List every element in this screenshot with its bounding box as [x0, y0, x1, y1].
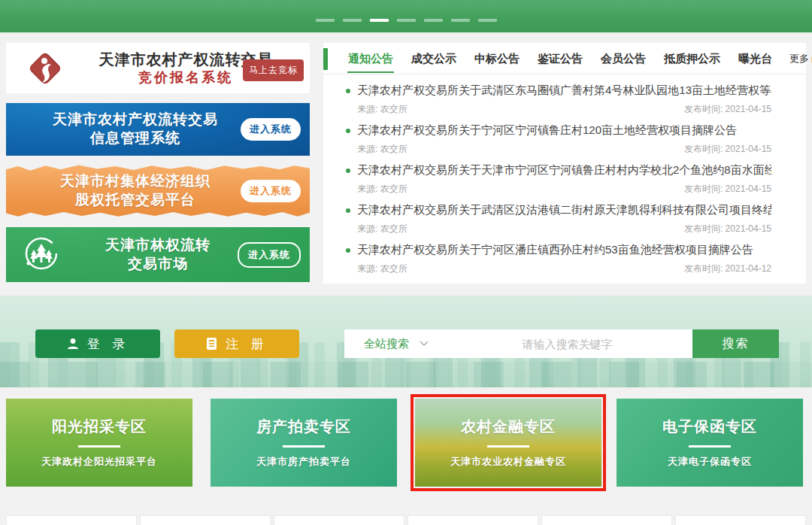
news-meta: 来源: 农交所 发布时间: 2021-04-15 — [357, 183, 771, 196]
tab-deal-publicity[interactable]: 成交公示 — [411, 44, 457, 73]
news-source: 来源: 农交所 — [357, 103, 408, 116]
news-date: 发布时间: 2021-04-15 — [684, 143, 771, 156]
user-icon — [66, 337, 80, 351]
news-date: 发布时间: 2021-04-15 — [684, 223, 771, 235]
bottom-nav-cell[interactable] — [6, 515, 137, 525]
notice-tabbar: 通知公告 成交公示 中标公告 鉴证公告 会员公告 抵质押公示 曝光台 更多 ▶ — [323, 43, 806, 74]
bullet-icon — [346, 168, 350, 173]
go-bid-button[interactable]: 马上去竞标 — [243, 59, 304, 81]
news-meta: 来源: 农交所 发布时间: 2021-04-15 — [357, 103, 771, 116]
bullet-icon — [346, 208, 350, 213]
bottom-nav-cell[interactable] — [675, 515, 806, 525]
divider — [689, 445, 731, 448]
search-scope-select[interactable]: 全站搜索 — [344, 337, 442, 351]
zone-card-rural-finance-highlighted[interactable]: 农村金融专区 天津市农业农村金融专区 — [415, 399, 601, 487]
news-date: 发布时间: 2021-04-15 — [684, 183, 771, 196]
tab-exposure[interactable]: 曝光台 — [738, 44, 773, 73]
news-item: 天津农村产权交易所关于武清区东马圈镇广善村第4号林业队园地13亩土地经营权等4个… — [323, 83, 806, 116]
search-button[interactable]: 搜索 — [692, 329, 779, 358]
news-link[interactable]: 天津农村产权交易所关于宁河区宁河镇鲁庄村120亩土地经营权项目摘牌公告 — [346, 123, 771, 138]
news-source: 来源: 农交所 — [357, 183, 408, 196]
bottom-nav-strip — [6, 515, 806, 525]
news-link[interactable]: 天津农村产权交易所关于天津市宁河区宁河镇鲁庄村村内学校北2个鱼池约8亩水面经营.… — [346, 163, 771, 178]
bottom-nav-cell[interactable] — [140, 515, 271, 525]
tab-winning-bid[interactable]: 中标公告 — [474, 44, 520, 73]
tab-notice-announcements[interactable]: 通知公告 — [347, 44, 394, 73]
tab-pledge[interactable]: 抵质押公示 — [663, 44, 721, 73]
enter-system-button[interactable]: 进入系统 — [241, 180, 301, 202]
tab-member[interactable]: 会员公告 — [600, 44, 647, 73]
login-button[interactable]: 登 录 — [35, 329, 160, 358]
carousel-dash[interactable] — [451, 19, 470, 22]
news-item: 天津农村产权交易所关于天津市宁河区宁河镇鲁庄村村内学校北2个鱼池约8亩水面经营.… — [323, 163, 806, 196]
bullet-icon — [346, 129, 350, 133]
zone-card-sunshine-procurement[interactable]: 阳光招采专区 天津政村企阳光招采平台 — [6, 399, 192, 487]
carousel-pagination — [316, 19, 497, 22]
divider — [78, 445, 120, 448]
skyline-decor — [0, 362, 812, 387]
forest-rights-market-banner[interactable]: 天津市林权流转 交易市场 进入系统 — [6, 227, 310, 282]
bullet-icon — [346, 248, 350, 253]
chevron-down-icon — [420, 341, 429, 347]
news-item: 天津农村产权交易所关于武清区汉沽港镇二街村原天津凯得利科技有限公司项目终结公告 … — [323, 203, 806, 235]
zone-card-e-guarantee[interactable]: 电子保函专区 天津电子保函专区 — [617, 399, 803, 487]
carousel-dash[interactable] — [316, 19, 335, 22]
homepage: 天津市农村产权流转交易 竞价报名系统 马上去竞标 天津市农村产权流转交易 信息管… — [0, 0, 812, 525]
carousel-dash[interactable] — [343, 19, 362, 22]
search-bar: 全站搜索 搜索 — [344, 329, 779, 358]
divider — [487, 445, 529, 448]
id-card-icon — [205, 337, 218, 351]
tree-icon — [23, 235, 60, 275]
carousel-dash[interactable] — [397, 19, 416, 22]
news-item: 天津农村产权交易所关于宁河区宁河镇鲁庄村120亩土地经营权项目摘牌公告 来源: … — [323, 123, 806, 156]
carousel-dash-active[interactable] — [370, 19, 389, 22]
zone-card-real-estate-auction[interactable]: 房产拍卖专区 天津市房产拍卖平台 — [211, 399, 397, 487]
news-date: 发布时间: 2021-04-12 — [684, 262, 771, 275]
register-button[interactable]: 注 册 — [174, 329, 299, 358]
carousel-dash[interactable] — [424, 19, 443, 22]
news-link[interactable]: 天津农村产权交易所关于武清区汉沽港镇二街村原天津凯得利科技有限公司项目终结公告 — [346, 203, 771, 217]
search-input[interactable] — [442, 338, 692, 351]
info-management-system-banner[interactable]: 天津市农村产权流转交易 信息管理系统 进入系统 — [6, 103, 310, 156]
notice-panel: 通知公告 成交公示 中标公告 鉴证公告 会员公告 抵质押公示 曝光台 更多 ▶ … — [323, 43, 806, 284]
news-link[interactable]: 天津农村产权交易所关于武清区东马圈镇广善村第4号林业队园地13亩土地经营权等4个… — [346, 83, 771, 98]
hero-search-banner: 登 录 注 册 全站搜索 搜索 — [0, 296, 812, 387]
site-logo-icon — [24, 47, 66, 90]
news-list: 天津农村产权交易所关于武清区东马圈镇广善村第4号林业队园地13亩土地经营权等4个… — [323, 74, 806, 275]
tab-attestation[interactable]: 鉴证公告 — [537, 44, 583, 73]
bottom-nav-cell[interactable] — [541, 515, 672, 525]
news-meta: 来源: 农交所 发布时间: 2021-04-15 — [357, 223, 771, 235]
tab-accent-bar — [323, 48, 328, 70]
left-column: 天津市农村产权流转交易 竞价报名系统 马上去竞标 天津市农村产权流转交易 信息管… — [6, 43, 310, 282]
news-item: 天津农村产权交易所关于宁河区潘庄镇西孙庄村约53亩鱼池经营权项目摘牌公告 来源:… — [323, 243, 806, 275]
news-link[interactable]: 天津农村产权交易所关于宁河区潘庄镇西孙庄村约53亩鱼池经营权项目摘牌公告 — [346, 243, 771, 257]
more-link[interactable]: 更多 ▶ — [789, 52, 812, 65]
bidding-system-card: 天津市农村产权流转交易 竞价报名系统 马上去竞标 — [6, 43, 310, 93]
enter-system-button[interactable]: 进入系统 — [238, 242, 301, 268]
bottom-nav-cell[interactable] — [408, 515, 538, 525]
equity-custody-platform-banner[interactable]: 天津市村集体经济组织 股权托管交易平台 进入系统 — [6, 164, 310, 218]
carousel-banner — [0, 0, 812, 34]
news-source: 来源: 农交所 — [357, 143, 408, 156]
news-date: 发布时间: 2021-04-15 — [684, 103, 771, 116]
carousel-dash[interactable] — [478, 19, 497, 22]
news-meta: 来源: 农交所 发布时间: 2021-04-12 — [357, 262, 771, 275]
news-source: 来源: 农交所 — [357, 262, 408, 275]
bottom-nav-cell[interactable] — [274, 515, 404, 525]
news-source: 来源: 农交所 — [357, 223, 408, 235]
news-meta: 来源: 农交所 发布时间: 2021-04-15 — [357, 143, 771, 156]
bullet-icon — [346, 89, 350, 93]
divider — [283, 445, 325, 448]
enter-system-button[interactable]: 进入系统 — [241, 118, 301, 141]
